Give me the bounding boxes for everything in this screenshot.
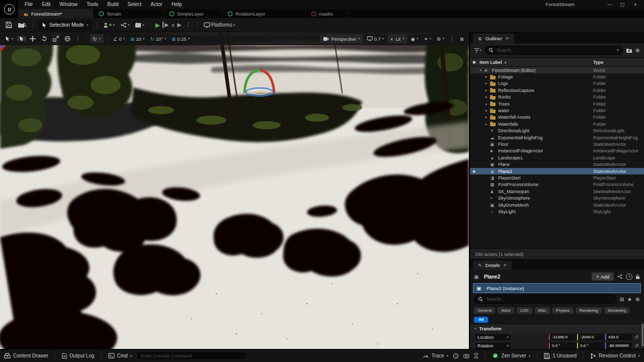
- rotation-dropdown[interactable]: Rotation▾: [474, 342, 512, 349]
- console-command-box[interactable]: [136, 351, 247, 360]
- create-folder-icon[interactable]: [626, 48, 632, 53]
- outliner-row[interactable]: ◓SkyAtmosphereSkyAtmosphere: [470, 195, 644, 201]
- rotation-y-field[interactable]: 0.0 °: [577, 342, 604, 349]
- menu-build[interactable]: Build: [103, 0, 123, 9]
- unsaved-button[interactable]: 1 Unsaved: [544, 353, 577, 359]
- close-button[interactable]: ×: [629, 0, 642, 9]
- zen-server-dropdown[interactable]: Zen Server ▾: [492, 353, 530, 358]
- outliner-row[interactable]: ◨PlayerStartPlayerStart: [470, 174, 644, 181]
- viewport-3d[interactable]: ▾ ⋮ ↻▾ ∠0▾ ⊞10▾ ↻10°▾ ⊠0.25▾ Perspective…: [0, 32, 469, 349]
- menu-window[interactable]: Window: [55, 0, 82, 9]
- category-tab-general[interactable]: General: [474, 307, 495, 314]
- perspective-dropdown[interactable]: Perspective▾: [320, 34, 363, 43]
- screen-percentage-dropdown[interactable]: 0.7▾: [365, 36, 386, 42]
- move-tool[interactable]: [28, 36, 38, 42]
- viewport-3d-scene[interactable]: [0, 32, 469, 349]
- search-chevron-icon[interactable]: ▾: [617, 48, 619, 52]
- scale-tool[interactable]: [51, 36, 61, 42]
- show-flags-dropdown[interactable]: ◉▾: [409, 36, 421, 42]
- location-x-field[interactable]: -11390.0: [549, 334, 576, 340]
- transform-section-header[interactable]: ▾ Transform: [470, 324, 644, 333]
- cmd-dropdown[interactable]: Cmd ▾: [108, 353, 132, 358]
- hourglass-icon[interactable]: [474, 353, 478, 358]
- visibility-column-eye-icon[interactable]: ◉: [472, 60, 479, 64]
- details-search[interactable]: [474, 295, 616, 304]
- favorites-star-icon[interactable]: ★: [627, 297, 632, 302]
- cinematics-dropdown[interactable]: ▾: [133, 22, 146, 28]
- category-tab-rendering[interactable]: Rendering: [576, 307, 602, 314]
- viewport-kebab[interactable]: ⋮: [448, 36, 456, 42]
- maximize-viewport-icon[interactable]: ⊞: [458, 36, 466, 42]
- add-component-button[interactable]: + Add: [592, 273, 614, 281]
- filter-icon[interactable]: ▾: [474, 48, 481, 53]
- tab-rotationlayer[interactable]: RotationLayer: [222, 9, 306, 18]
- browse-content-icon[interactable]: [16, 22, 28, 28]
- instance-row[interactable]: ▣ Plane2 (Instance): [473, 283, 641, 293]
- outliner-row[interactable]: ♟SK_MannequinSkeletalMeshActor: [470, 188, 644, 195]
- platforms-dropdown[interactable]: Platforms ▾: [202, 22, 237, 28]
- viewport-settings-dropdown[interactable]: ⚙▾: [435, 36, 446, 42]
- details-search-input[interactable]: [486, 296, 612, 302]
- tab-masks[interactable]: masks: [306, 9, 348, 18]
- grid-snap-dropdown[interactable]: ⊞10▾: [128, 36, 146, 42]
- menu-select[interactable]: Select: [123, 0, 146, 9]
- transform-kebab[interactable]: ⋮: [74, 36, 83, 42]
- close-tab-icon[interactable]: ✕: [504, 263, 507, 267]
- outliner-empty-area[interactable]: [470, 215, 644, 248]
- select-tool[interactable]: [17, 36, 26, 41]
- output-log-button[interactable]: Output Log: [62, 353, 94, 359]
- lit-mode-dropdown[interactable]: ◐Lit▾: [387, 34, 407, 43]
- outliner-row[interactable]: ▸RocksFolder: [470, 94, 644, 101]
- expand-chevron-icon[interactable]: ▾: [479, 68, 484, 72]
- minimize-button[interactable]: —: [603, 0, 616, 9]
- preview-wand-dropdown[interactable]: ✦▾: [422, 36, 433, 42]
- surface-snap-dropdown[interactable]: ∠0▾: [111, 36, 127, 42]
- rotation-snap-dropdown[interactable]: ↻10°▾: [148, 36, 168, 42]
- category-tab-lod[interactable]: LOD: [517, 307, 532, 314]
- visibility-eye-icon[interactable]: ◉: [472, 169, 479, 173]
- rotate-tool[interactable]: [39, 36, 49, 42]
- outliner-row[interactable]: ▸TreesFolder: [470, 101, 644, 107]
- skip-button[interactable]: ▶: [163, 22, 169, 28]
- outliner-row[interactable]: ▸ReflectionCaptureFolder: [470, 87, 644, 94]
- insights-clock-icon[interactable]: [453, 353, 459, 359]
- outliner-row[interactable]: ▲Landscape1Landscape: [470, 154, 644, 161]
- expand-chevron-icon[interactable]: ▸: [486, 122, 490, 126]
- category-tab-misc[interactable]: Misc: [535, 307, 550, 314]
- world-local-coordinate-icon[interactable]: [62, 36, 72, 42]
- expand-chevron-icon[interactable]: ▸: [486, 75, 490, 79]
- outliner-row[interactable]: ☼SkyLightSkyLight: [470, 208, 644, 215]
- outliner-row[interactable]: ☀DirectionalLightDirectionalLight: [470, 128, 644, 134]
- stop-button[interactable]: ■: [172, 22, 175, 28]
- expand-chevron-icon[interactable]: ▸: [486, 95, 490, 99]
- tab-simplelayer[interactable]: SimpleLayer: [164, 9, 222, 18]
- expand-chevron-icon[interactable]: ▸: [486, 102, 490, 106]
- rotation-z-field[interactable]: -89.999999: [605, 342, 632, 349]
- outliner-row[interactable]: ▸Waterfall AssetsFolder: [470, 114, 644, 121]
- blueprint-hierarchy-icon[interactable]: [617, 274, 623, 279]
- outliner-row[interactable]: ▸LogsFolder: [470, 80, 644, 87]
- quick-add-actor-dropdown[interactable]: +▾: [102, 22, 116, 28]
- outliner-row[interactable]: ▸WaterfallsFolder: [470, 121, 644, 127]
- outliner-column-headers[interactable]: ◉ Item Label ▲ Type: [470, 57, 644, 67]
- screenshot-icon[interactable]: [463, 353, 469, 358]
- type-column-header[interactable]: Type: [593, 60, 641, 65]
- details-scrollbar[interactable]: [641, 323, 643, 346]
- category-tab-actor[interactable]: Actor: [498, 307, 514, 314]
- camera-cycle-dropdown[interactable]: ↻▾: [90, 34, 104, 43]
- expand-chevron-icon[interactable]: ▸: [486, 115, 490, 119]
- lock-icon[interactable]: [635, 274, 640, 280]
- outliner-row[interactable]: ▣SkyDomeMeshStaticMeshActor: [470, 202, 644, 208]
- rotation-x-field[interactable]: 0.0 °: [549, 342, 576, 349]
- close-tab-icon[interactable]: ✕: [506, 36, 509, 41]
- menu-file[interactable]: File: [20, 0, 37, 9]
- trace-dropdown[interactable]: Trace ▾: [423, 353, 449, 358]
- reset-rotation-icon[interactable]: ↺: [633, 343, 639, 348]
- tab-foreststream[interactable]: ForestStream*: [18, 9, 94, 18]
- location-z-field[interactable]: 430.0: [605, 334, 632, 340]
- unreal-logo[interactable]: u: [0, 0, 18, 18]
- outliner-row[interactable]: ☁ExponentialHeightFogExponentialHeightFo…: [470, 134, 644, 141]
- save-button[interactable]: [4, 22, 14, 28]
- outliner-search-input[interactable]: [496, 47, 615, 53]
- category-tab-physics[interactable]: Physics: [552, 307, 574, 314]
